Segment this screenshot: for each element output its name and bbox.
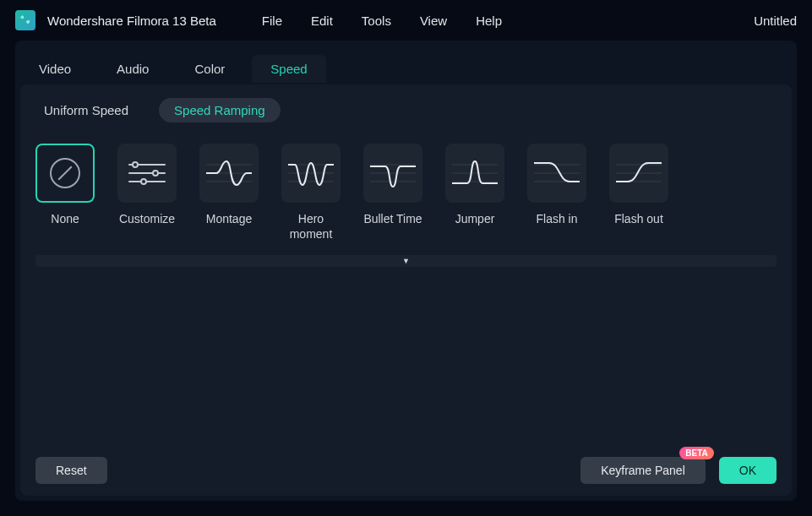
chevron-down-icon: ▼ <box>402 257 410 265</box>
expand-strip[interactable]: ▼ <box>35 255 777 267</box>
preset-flash-in[interactable]: Flash in <box>527 144 586 242</box>
keyframe-panel-button[interactable]: Keyframe Panel <box>580 457 706 484</box>
preset-jumper-tile <box>445 144 504 203</box>
preset-label: Flash out <box>614 211 663 226</box>
app-title: Wondershare Filmora 13 Beta <box>47 14 216 28</box>
preset-hero-moment[interactable]: Hero moment <box>281 144 341 242</box>
tab-video[interactable]: Video <box>20 55 90 83</box>
menubar: File Edit Tools View Help <box>262 14 502 28</box>
preset-label: Jumper <box>455 211 495 226</box>
montage-curve-icon <box>206 156 252 190</box>
titlebar: Wondershare Filmora 13 Beta File Edit To… <box>0 0 812 41</box>
speed-mode-tabs: Uniform Speed Speed Ramping <box>35 95 777 125</box>
menu-view[interactable]: View <box>420 14 447 28</box>
preset-flashout-tile <box>609 144 668 203</box>
mode-speed-ramping[interactable]: Speed Ramping <box>159 98 281 122</box>
speed-tab-content: Uniform Speed Speed Ramping None Cus <box>20 84 792 496</box>
menu-edit[interactable]: Edit <box>311 14 333 28</box>
hero-curve-icon <box>288 156 334 190</box>
preset-label: Hero moment <box>281 211 341 242</box>
tab-speed[interactable]: Speed <box>252 55 325 83</box>
preset-none-tile <box>35 144 95 203</box>
preset-label: Customize <box>119 211 175 226</box>
tab-color[interactable]: Color <box>176 55 243 83</box>
preset-label: Bullet Time <box>363 211 422 226</box>
none-icon <box>50 158 80 188</box>
menu-tools[interactable]: Tools <box>362 14 391 28</box>
preset-customize-tile <box>117 144 177 203</box>
property-tabs: Video Audio Color Speed <box>15 46 797 84</box>
preset-customize[interactable]: Customize <box>117 144 177 242</box>
keyframe-panel-wrap: Keyframe Panel BETA <box>580 457 706 484</box>
app-logo-icon <box>15 10 35 30</box>
preset-label: Montage <box>206 211 252 226</box>
preset-bullet-time[interactable]: Bullet Time <box>363 144 422 242</box>
beta-badge: BETA <box>679 447 713 459</box>
preset-bullet-tile <box>363 144 422 203</box>
preset-montage[interactable]: Montage <box>199 144 259 242</box>
footer-bar: Reset Keyframe Panel BETA OK <box>35 457 777 484</box>
menu-file[interactable]: File <box>262 14 282 28</box>
ramping-presets: None Customize <box>35 144 777 242</box>
menu-help[interactable]: Help <box>476 14 502 28</box>
tab-audio[interactable]: Audio <box>98 55 167 83</box>
flashout-curve-icon <box>616 156 662 190</box>
preset-flash-out[interactable]: Flash out <box>609 144 668 242</box>
preset-hero-tile <box>281 144 341 203</box>
preset-label: Flash in <box>536 211 577 226</box>
sliders-icon <box>128 164 166 182</box>
preset-flashin-tile <box>527 144 586 203</box>
flashin-curve-icon <box>534 156 580 190</box>
preset-label: None <box>51 211 79 226</box>
bullet-curve-icon <box>370 156 416 190</box>
jumper-curve-icon <box>452 156 498 190</box>
preset-jumper[interactable]: Jumper <box>445 144 504 242</box>
preset-none[interactable]: None <box>35 144 95 242</box>
speed-panel: Video Audio Color Speed Uniform Speed Sp… <box>15 41 797 501</box>
preset-montage-tile <box>199 144 259 203</box>
ok-button[interactable]: OK <box>719 457 777 484</box>
reset-button[interactable]: Reset <box>35 457 107 484</box>
mode-uniform-speed[interactable]: Uniform Speed <box>35 98 144 122</box>
project-name: Untitled <box>754 14 797 28</box>
